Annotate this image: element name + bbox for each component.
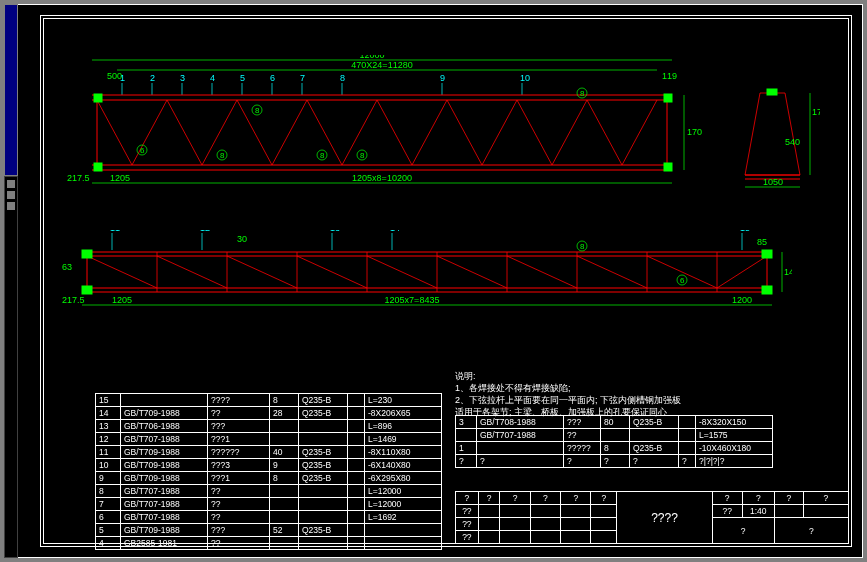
notes-line1: 1、各焊接处不得有焊接缺陷; bbox=[455, 382, 681, 394]
dim-height: 1700 bbox=[687, 127, 702, 137]
leader-group: 1 2 3 4 5 6 7 8 9 10 bbox=[120, 73, 530, 95]
table-row: 10GB/T709-1988???39Q235-B-6X140X80 bbox=[96, 459, 442, 472]
plan-webs bbox=[87, 252, 767, 292]
svg-text:5: 5 bbox=[240, 73, 245, 83]
table-row: 13GB/T706-1988???L=896 bbox=[96, 420, 442, 433]
svg-rect-65 bbox=[767, 89, 777, 95]
svg-rect-47 bbox=[664, 163, 672, 171]
plan-leaders: 11 12 13 14 15 bbox=[110, 230, 750, 250]
notes-heading: 说明: bbox=[455, 370, 681, 382]
svg-line-29 bbox=[132, 100, 167, 165]
truss-plan: 11 12 13 14 15 30 bbox=[62, 230, 792, 320]
notes-line2: 2、下弦拉杆上平面要在同一平面内; 下弦内侧槽钢加强板 bbox=[455, 394, 681, 406]
svg-line-39 bbox=[482, 100, 517, 165]
svg-line-40 bbox=[517, 100, 552, 165]
svg-line-86 bbox=[157, 256, 227, 288]
svg-rect-106 bbox=[762, 286, 772, 294]
svg-line-36 bbox=[377, 100, 412, 165]
table-row: 5GB/T709-1988???52Q235-B bbox=[96, 524, 442, 537]
svg-line-84 bbox=[87, 256, 157, 288]
dim-panel: 1205 bbox=[110, 173, 130, 183]
svg-line-88 bbox=[227, 256, 297, 288]
svg-text:8: 8 bbox=[220, 151, 225, 160]
svg-text:6: 6 bbox=[680, 276, 685, 285]
dim-panel2: 1205 bbox=[112, 295, 132, 305]
svg-text:8: 8 bbox=[360, 151, 365, 160]
svg-line-90 bbox=[297, 256, 367, 288]
svg-line-98 bbox=[577, 256, 647, 288]
svg-text:10: 10 bbox=[520, 73, 530, 83]
table-row: 7GB/T707-1988??L=12000 bbox=[96, 498, 442, 511]
svg-rect-103 bbox=[82, 250, 92, 258]
title-block: ??? ??? ???? ???? ?? ??1:40 ?? ?? ?? bbox=[455, 491, 849, 544]
svg-rect-46 bbox=[94, 163, 102, 171]
dim-85: 85 bbox=[757, 237, 767, 247]
svg-text:11: 11 bbox=[110, 230, 120, 233]
svg-rect-105 bbox=[762, 250, 772, 258]
table-row: 4GB2585-1981?? bbox=[96, 537, 442, 550]
dim-1700b: 1700 bbox=[812, 107, 820, 117]
dim-plan-array: 1205x7=8435 bbox=[385, 295, 440, 305]
svg-text:8: 8 bbox=[255, 106, 260, 115]
scale-value: 1:40 bbox=[742, 505, 774, 518]
svg-line-38 bbox=[447, 100, 482, 165]
truss-elevation: 12000 470X24=11280 500 119 1 2 3 4 5 6 7… bbox=[62, 55, 702, 190]
svg-line-94 bbox=[437, 256, 507, 288]
svg-line-92 bbox=[367, 256, 437, 288]
svg-text:8: 8 bbox=[580, 242, 585, 251]
svg-text:1: 1 bbox=[120, 73, 125, 83]
dim-30: 30 bbox=[237, 234, 247, 244]
svg-text:13: 13 bbox=[330, 230, 340, 233]
table-row: 11GB/T709-1988??????40Q235-B-8X110X80 bbox=[96, 446, 442, 459]
web-members bbox=[97, 100, 657, 165]
table-row: 15????8Q235-BL=230 bbox=[96, 394, 442, 407]
svg-text:2: 2 bbox=[150, 73, 155, 83]
dim-119: 119 bbox=[662, 71, 677, 81]
notes-block: 说明: 1、各焊接处不得有焊接缺陷; 2、下弦拉杆上平面要在同一平面内; 下弦内… bbox=[455, 370, 681, 419]
svg-line-34 bbox=[307, 100, 342, 165]
svg-line-43 bbox=[622, 100, 657, 165]
svg-line-33 bbox=[272, 100, 307, 165]
balloons: 6 8 8 8 8 8 bbox=[137, 88, 587, 160]
svg-text:4: 4 bbox=[210, 73, 215, 83]
svg-rect-44 bbox=[94, 94, 102, 102]
svg-text:8: 8 bbox=[580, 89, 585, 98]
svg-text:6: 6 bbox=[140, 146, 145, 155]
svg-line-37 bbox=[412, 100, 447, 165]
svg-marker-62 bbox=[745, 93, 800, 175]
svg-text:14: 14 bbox=[390, 230, 400, 233]
table-row: ???????|?|?|? bbox=[456, 455, 773, 468]
bom-table-left: 15????8Q235-BL=23014GB/T709-1988??28Q235… bbox=[95, 393, 442, 550]
svg-rect-45 bbox=[664, 94, 672, 102]
svg-text:3: 3 bbox=[180, 73, 185, 83]
table-row: 1?????8Q235-B-10X460X180 bbox=[456, 442, 773, 455]
cad-canvas: 12000 470X24=11280 500 119 1 2 3 4 5 6 7… bbox=[0, 0, 867, 562]
svg-line-28 bbox=[97, 100, 132, 165]
dim-bottom-array: 1205x8=10200 bbox=[352, 173, 412, 183]
dim-plan-h: 1400 bbox=[784, 267, 792, 277]
dim-sub: 470X24=11280 bbox=[351, 60, 412, 70]
table-row: 9GB/T709-1988???18Q235-B-6X295X80 bbox=[96, 472, 442, 485]
ruler-strip-dark bbox=[4, 176, 18, 558]
dim-1200: 1200 bbox=[732, 295, 752, 305]
svg-text:9: 9 bbox=[440, 73, 445, 83]
svg-text:15: 15 bbox=[740, 230, 750, 233]
svg-rect-104 bbox=[82, 286, 92, 294]
dim-base: 1050 bbox=[763, 177, 783, 187]
table-row: GB/T707-1988??L=1575 bbox=[456, 429, 773, 442]
truss-end-section: 1050 1700 540 bbox=[725, 85, 820, 195]
svg-text:8: 8 bbox=[320, 151, 325, 160]
bom-table-right: 3GB/T708-1988???80Q235-B-8X320X150GB/T70… bbox=[455, 415, 773, 468]
joints bbox=[94, 94, 672, 171]
svg-line-41 bbox=[552, 100, 587, 165]
dim-left-ext2: 217.5 bbox=[62, 295, 85, 305]
dim-540: 540 bbox=[785, 137, 800, 147]
svg-line-102 bbox=[717, 256, 767, 288]
svg-text:6: 6 bbox=[270, 73, 275, 83]
svg-text:8: 8 bbox=[340, 73, 345, 83]
dim-63: 63 bbox=[62, 262, 72, 272]
table-row: 6GB/T707-1988??L=1692 bbox=[96, 511, 442, 524]
svg-line-42 bbox=[587, 100, 622, 165]
project-title: ???? bbox=[617, 492, 712, 544]
ruler-strip-blue bbox=[4, 4, 18, 176]
